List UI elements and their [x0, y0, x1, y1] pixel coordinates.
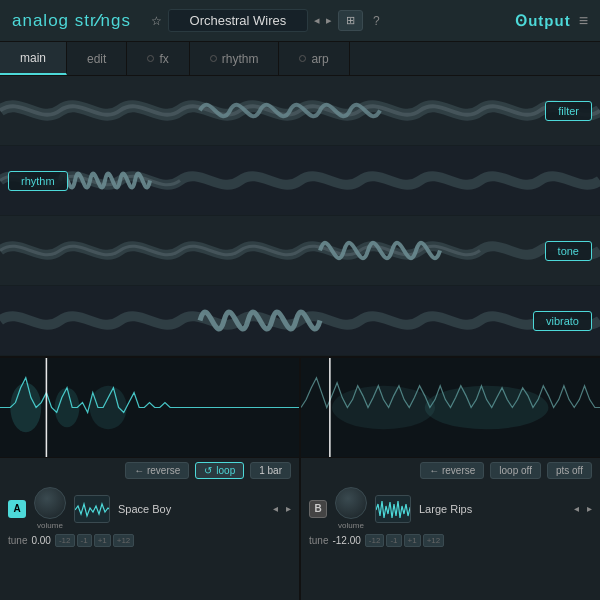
tune-step-a-3[interactable]: +12 [113, 534, 135, 547]
controls-row-b: ← reverse loop off pts off [301, 458, 600, 483]
tune-row-b: tune -12.00 -12 -1 +1 +12 [301, 534, 600, 551]
tone-label: tone [545, 241, 592, 261]
tab-arp-label: arp [311, 52, 328, 66]
badge-a: A [8, 500, 26, 518]
tone-strip[interactable]: tone [0, 216, 600, 286]
favorite-icon[interactable]: ☆ [151, 14, 162, 28]
help-icon[interactable]: ? [373, 14, 380, 28]
waveform-svg-b [301, 358, 600, 457]
svg-point-1 [10, 383, 41, 433]
main-strips-area: filter rhythm tone vibrato [0, 76, 600, 356]
volume-knob-b-wrap: volume [335, 487, 367, 530]
svg-point-3 [90, 386, 127, 430]
preset-area: ☆ Orchestral Wires ◂ ▸ ⊞ ? [151, 9, 515, 32]
volume-knob-b[interactable] [335, 487, 367, 519]
preset-next-icon[interactable]: ▸ [326, 14, 332, 27]
tone-waveform [0, 216, 600, 285]
menu-icon[interactable]: ≡ [579, 12, 588, 30]
tab-fx-label: fx [159, 52, 168, 66]
logo-slash: ∕ [97, 11, 101, 30]
tab-edit[interactable]: edit [67, 42, 127, 75]
tab-arp[interactable]: arp [279, 42, 349, 75]
tab-edit-label: edit [87, 52, 106, 66]
svg-point-7 [332, 386, 435, 430]
tune-label-a: tune [8, 535, 27, 546]
tune-step-a-0[interactable]: -12 [55, 534, 75, 547]
sample-name-b: Large Rips [419, 503, 566, 515]
volume-label-b: volume [338, 521, 364, 530]
fx-power-dot [147, 55, 154, 62]
volume-knob-a[interactable] [34, 487, 66, 519]
preset-prev-icon[interactable]: ◂ [314, 14, 320, 27]
bar-label-a: 1 bar [250, 462, 291, 479]
preset-save-button[interactable]: ⊞ [338, 10, 363, 31]
tune-step-a-2[interactable]: +1 [94, 534, 111, 547]
bottom-section: ← reverse ↺ loop 1 bar A volume Space Bo… [0, 356, 600, 600]
pts-off-button-b[interactable]: pts off [547, 462, 592, 479]
panel-b: ← reverse loop off pts off B volume Larg… [301, 358, 600, 600]
arp-power-dot [299, 55, 306, 62]
filter-label: filter [545, 101, 592, 121]
reverse-button-a[interactable]: ← reverse [125, 462, 189, 479]
rhythm-label: rhythm [8, 171, 68, 191]
loop-label-a: loop [216, 465, 235, 476]
volume-label-a: volume [37, 521, 63, 530]
tune-step-a-1[interactable]: -1 [77, 534, 92, 547]
sample-next-a[interactable]: ▸ [286, 503, 291, 514]
vibrato-strip[interactable]: vibrato [0, 286, 600, 356]
tab-rhythm-label: rhythm [222, 52, 259, 66]
vibrato-label: vibrato [533, 311, 592, 331]
svg-rect-5 [75, 496, 110, 523]
panel-a: ← reverse ↺ loop 1 bar A volume Space Bo… [0, 358, 301, 600]
tune-value-b: -12.00 [332, 535, 360, 546]
sample-info-row-b: B volume Large Rips ◂ ▸ [301, 483, 600, 534]
controls-row-a: ← reverse ↺ loop 1 bar [0, 458, 299, 483]
loop-button-a[interactable]: ↺ loop [195, 462, 244, 479]
loop-off-button-b[interactable]: loop off [490, 462, 541, 479]
loop-icon-a: ↺ [204, 465, 212, 476]
sample-prev-b[interactable]: ◂ [574, 503, 579, 514]
app-header: analog str∕ngs ☆ Orchestral Wires ◂ ▸ ⊞ … [0, 0, 600, 42]
tune-value-a: 0.00 [31, 535, 50, 546]
nav-tabs: main edit fx rhythm arp [0, 42, 600, 76]
vibrato-waveform [0, 286, 600, 355]
svg-point-8 [425, 386, 549, 430]
output-logo: ʘutput [515, 12, 570, 30]
sample-name-a: Space Boy [118, 503, 265, 515]
tune-step-b-0[interactable]: -12 [365, 534, 385, 547]
rhythm-waveform [0, 146, 600, 215]
reverse-button-b[interactable]: ← reverse [420, 462, 484, 479]
waveform-display-a[interactable] [0, 358, 299, 458]
sample-next-b[interactable]: ▸ [587, 503, 592, 514]
sample-info-row-a: A volume Space Boy ◂ ▸ [0, 483, 299, 534]
svg-point-2 [55, 388, 80, 428]
tune-row-a: tune 0.00 -12 -1 +1 +12 [0, 534, 299, 551]
volume-knob-a-wrap: volume [34, 487, 66, 530]
tune-step-b-2[interactable]: +1 [404, 534, 421, 547]
tune-steps-b: -12 -1 +1 +12 [365, 534, 444, 547]
sample-thumb-a [74, 495, 110, 523]
filter-strip[interactable]: filter [0, 76, 600, 146]
rhythm-power-dot [210, 55, 217, 62]
filter-waveform [0, 76, 600, 145]
tune-label-b: tune [309, 535, 328, 546]
rhythm-strip[interactable]: rhythm [0, 146, 600, 216]
tune-steps-a: -12 -1 +1 +12 [55, 534, 134, 547]
tab-fx[interactable]: fx [127, 42, 189, 75]
tab-main-label: main [20, 51, 46, 65]
preset-name[interactable]: Orchestral Wires [168, 9, 308, 32]
sample-thumb-b [375, 495, 411, 523]
tune-step-b-1[interactable]: -1 [386, 534, 401, 547]
badge-b: B [309, 500, 327, 518]
tune-step-b-3[interactable]: +12 [423, 534, 445, 547]
waveform-display-b[interactable] [301, 358, 600, 458]
tab-main[interactable]: main [0, 42, 67, 75]
app-logo: analog str∕ngs [12, 11, 131, 31]
waveform-svg-a [0, 358, 299, 457]
tab-rhythm[interactable]: rhythm [190, 42, 280, 75]
sample-prev-a[interactable]: ◂ [273, 503, 278, 514]
